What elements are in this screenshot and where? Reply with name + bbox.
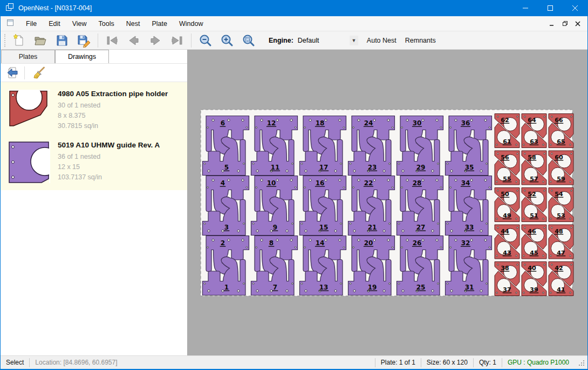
- part-number-label: 25: [416, 284, 426, 291]
- part-number-label: 49: [503, 212, 511, 219]
- part-number-label: 57: [530, 176, 538, 183]
- save-icon[interactable]: [53, 32, 71, 49]
- nest-canvas[interactable]: 6543211211109871817161514132423222120193…: [188, 50, 587, 355]
- auto-nest-button[interactable]: Auto Nest: [367, 37, 396, 44]
- nest-pair-purple[interactable]: 2423: [348, 116, 395, 176]
- part-number-label: 15: [319, 224, 329, 231]
- import-drawing-icon[interactable]: [4, 65, 22, 81]
- drawing-size: 12 x 15: [58, 163, 182, 171]
- part-number-label: 4: [221, 179, 225, 187]
- part-number-label: 23: [368, 164, 377, 171]
- mdi-close-icon[interactable]: [571, 18, 584, 29]
- document-icon: [6, 18, 15, 29]
- status-location: Location: [84.8696, 60.6957]: [30, 359, 122, 366]
- part-number-label: 64: [528, 117, 536, 124]
- part-number-label: 10: [267, 179, 276, 187]
- menu-item-file[interactable]: File: [20, 17, 43, 30]
- part-number-label: 36: [461, 119, 470, 127]
- nest-pair-purple[interactable]: 2625: [397, 236, 443, 295]
- minimize-button[interactable]: [513, 0, 538, 16]
- title-bar: OpenNest - [N0317-004]: [1, 0, 587, 16]
- mdi-minimize-icon[interactable]: [545, 18, 558, 29]
- nest-pair-purple[interactable]: 43: [203, 176, 249, 236]
- part-number-label: 14: [316, 239, 325, 247]
- part-thumbnail-red: [1, 89, 58, 132]
- tab-drawings[interactable]: Drawings: [55, 50, 109, 63]
- engine-group: Engine: Default ▼: [269, 35, 358, 46]
- nest-pair-purple[interactable]: 1615: [300, 176, 346, 236]
- nest-pair-purple[interactable]: 2019: [348, 236, 395, 295]
- part-number-label: 24: [364, 119, 373, 127]
- part-number-label: 60: [555, 154, 563, 161]
- menu-item-window[interactable]: Window: [173, 17, 209, 30]
- status-mode: Select: [1, 359, 29, 366]
- list-item-drawing-1[interactable]: 5019 A10 UHMW guide Rev. A 36 of 1 neste…: [1, 136, 187, 187]
- part-number-label: 66: [555, 117, 563, 124]
- nest-canvas-svg[interactable]: 6543211211109871817161514132423222120193…: [188, 50, 587, 355]
- drawing-title: 5019 A10 UHMW guide Rev. A: [58, 141, 182, 149]
- clean-broom-icon[interactable]: [30, 65, 49, 81]
- nest-pair-purple[interactable]: 1817: [300, 116, 346, 176]
- part-number-label: 11: [271, 164, 280, 171]
- resize-grip-icon[interactable]: [578, 359, 586, 368]
- toolbar-grip[interactable]: [4, 34, 6, 47]
- menu-item-nest[interactable]: Nest: [120, 17, 146, 30]
- part-number-label: 46: [528, 228, 536, 235]
- zoom-out-icon[interactable]: [196, 32, 215, 49]
- nest-pair-purple[interactable]: 1211: [251, 116, 298, 176]
- go-last-icon[interactable]: [168, 32, 186, 49]
- chevron-down-icon[interactable]: ▼: [350, 36, 358, 45]
- part-number-label: 9: [273, 224, 277, 231]
- part-number-label: 51: [530, 212, 538, 219]
- part-number-label: 2: [221, 239, 225, 247]
- nest-pair-purple[interactable]: 3231: [446, 236, 492, 295]
- menu-item-view[interactable]: View: [66, 17, 93, 30]
- zoom-fit-icon[interactable]: [240, 32, 258, 49]
- maximize-button[interactable]: [538, 0, 563, 16]
- status-qty: Qty: 1: [474, 359, 502, 366]
- part-number-label: 56: [501, 154, 509, 161]
- new-file-icon[interactable]: [10, 32, 28, 49]
- part-number-label: 30: [413, 119, 422, 127]
- menu-item-plate[interactable]: Plate: [146, 17, 173, 30]
- tab-plates[interactable]: Plates: [1, 50, 55, 63]
- zoom-in-icon[interactable]: [218, 32, 236, 49]
- save-as-icon[interactable]: [74, 32, 93, 49]
- list-item-drawing-0[interactable]: 4980 A05 Extraction pipe holder 30 of 1 …: [1, 84, 187, 136]
- engine-combobox[interactable]: Default ▼: [298, 35, 358, 46]
- mdi-restore-icon[interactable]: [558, 18, 571, 29]
- nest-pair-purple[interactable]: 65: [203, 116, 249, 176]
- nest-pair-purple[interactable]: 3433: [446, 176, 492, 236]
- go-next-icon[interactable]: [146, 32, 165, 49]
- part-number-label: 12: [267, 119, 276, 127]
- nest-pair-purple[interactable]: 21: [203, 236, 249, 295]
- part-number-label: 34: [461, 179, 470, 187]
- nest-pair-purple[interactable]: 2221: [348, 176, 395, 236]
- part-number-label: 48: [555, 228, 563, 235]
- part-number-label: 16: [316, 179, 325, 187]
- part-number-label: 65: [557, 138, 565, 145]
- nest-pair-purple[interactable]: 1413: [300, 236, 346, 295]
- part-number-label: 41: [557, 286, 565, 293]
- part-number-label: 29: [416, 164, 426, 171]
- nest-pair-purple[interactable]: 3029: [397, 116, 443, 176]
- part-number-label: 5: [224, 164, 229, 171]
- part-number-label: 1: [224, 284, 229, 291]
- nest-pair-purple[interactable]: 2827: [397, 176, 443, 236]
- toolbar-separator: [24, 66, 25, 79]
- nest-pair-purple[interactable]: 109: [251, 176, 298, 236]
- remnants-button[interactable]: Remnants: [405, 37, 436, 44]
- drawing-area: 103.7137 sq/in: [58, 173, 182, 181]
- go-first-icon[interactable]: [103, 32, 121, 49]
- nest-pair-purple[interactable]: 87: [251, 236, 298, 295]
- go-previous-icon[interactable]: [125, 32, 143, 49]
- main-area: Plates Drawings: [1, 50, 587, 355]
- menu: FileEditViewToolsNestPlateWindow: [20, 17, 545, 30]
- part-number-label: 19: [368, 284, 377, 291]
- nest-pair-purple[interactable]: 3635: [446, 116, 492, 176]
- menu-item-tools[interactable]: Tools: [93, 17, 120, 30]
- menu-bar: FileEditViewToolsNestPlateWindow: [1, 16, 587, 31]
- menu-item-edit[interactable]: Edit: [43, 17, 66, 30]
- close-button[interactable]: [563, 0, 587, 16]
- open-file-icon[interactable]: [31, 32, 50, 49]
